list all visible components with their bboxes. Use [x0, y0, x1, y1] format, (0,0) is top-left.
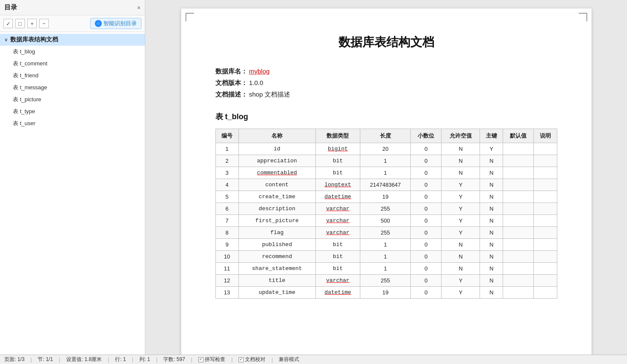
table-cell: Y	[442, 179, 480, 191]
table-cell: N	[480, 191, 503, 203]
sidebar-item-label: 表 t_picture	[13, 96, 41, 103]
status-sep6: |	[191, 357, 192, 363]
sidebar-item-t-user[interactable]: 表 t_user	[0, 117, 145, 129]
table-cell: description	[238, 203, 315, 215]
col-header-type: 数据类型	[315, 129, 360, 143]
table-cell	[503, 203, 534, 215]
table-cell	[534, 167, 557, 179]
table-cell: Y	[442, 287, 480, 299]
sidebar-item-label: 表 t_type	[13, 108, 35, 114]
table-cell: N	[442, 167, 480, 179]
col-header-note: 说明	[534, 129, 557, 143]
desc-line: 文档描述： shop 文档描述	[215, 91, 557, 99]
sidebar-item-t-picture[interactable]: 表 t_picture	[0, 94, 145, 106]
sidebar-item-t-message[interactable]: 表 t_message	[0, 82, 145, 94]
sidebar-item-t-type[interactable]: 表 t_type	[0, 106, 145, 117]
table-cell: datetime	[315, 287, 360, 299]
table-cell: varchar	[315, 203, 360, 215]
table-cell: 0	[411, 263, 442, 275]
table-cell: 10	[215, 251, 238, 263]
table-cell: 1	[360, 263, 411, 275]
table-cell: varchar	[315, 227, 360, 239]
col-header-name: 名称	[238, 129, 315, 143]
status-sep7: |	[231, 357, 233, 363]
table-cell: bit	[315, 251, 360, 263]
table-cell: N	[442, 155, 480, 167]
table-cell: N	[442, 251, 480, 263]
table-row: 1idbigint200NY	[215, 143, 557, 155]
table-cell	[503, 191, 534, 203]
sidebar-item-t-friend[interactable]: 表 t_friend	[0, 70, 145, 82]
table-cell: 11	[215, 263, 238, 275]
sidebar-title: 目录	[4, 3, 17, 12]
spell-check-label: 拼写检查	[205, 356, 225, 363]
status-word-count: 字数: 597	[163, 356, 185, 363]
table-cell: update_time	[238, 287, 315, 299]
table-cell: 500	[360, 215, 411, 227]
tree-root-item[interactable]: ∨ 数据库表结构文档	[0, 34, 145, 46]
table-cell	[534, 143, 557, 155]
table-cell: 0	[411, 227, 442, 239]
table-row: 10recommendbit10NN	[215, 251, 557, 263]
desc-value: shop 文档描述	[249, 91, 291, 99]
smart-identify-button[interactable]: 智能识别目录	[90, 18, 141, 29]
table-cell: varchar	[315, 215, 360, 227]
tree-expand-arrow: ∨	[4, 37, 8, 43]
table-cell	[534, 287, 557, 299]
table-cell: Y	[442, 191, 480, 203]
table-cell: N	[480, 287, 503, 299]
table-cell: varchar	[315, 275, 360, 287]
table-cell	[503, 239, 534, 251]
toolbar-check-btn[interactable]: ✓	[3, 19, 13, 28]
table-cell	[503, 179, 534, 191]
table-cell: 1	[360, 251, 411, 263]
table-cell: flag	[238, 227, 315, 239]
col-header-length: 长度	[360, 129, 411, 143]
status-col: 列: 1	[139, 356, 150, 363]
status-sep4: |	[132, 357, 133, 363]
table-cell: Y	[480, 143, 503, 155]
status-sep1: |	[30, 357, 32, 363]
compat-mode-label: 兼容模式	[279, 356, 299, 363]
table-cell: N	[480, 167, 503, 179]
sidebar-item-t-blog[interactable]: 表 t_blog	[0, 46, 145, 58]
toolbar-minus-btn[interactable]: −	[39, 19, 49, 28]
table-cell	[503, 263, 534, 275]
table-cell: 0	[411, 179, 442, 191]
doc-check-checkbox[interactable]	[238, 357, 244, 362]
db-name-line: 数据库名： myblog	[215, 68, 557, 76]
version-label: 文档版本：	[215, 79, 247, 87]
corner-mark-tl	[185, 13, 194, 21]
table-cell: 0	[411, 251, 442, 263]
table-cell: N	[480, 227, 503, 239]
table-cell: 255	[360, 275, 411, 287]
sidebar-item-t-comment[interactable]: 表 t_comment	[0, 58, 145, 70]
table-cell	[534, 215, 557, 227]
spell-check-checkbox[interactable]	[198, 357, 203, 362]
toolbar-add-btn[interactable]: +	[27, 19, 37, 28]
desc-label: 文档描述：	[215, 91, 247, 99]
table-row: 4contentlongtext21474836470YN	[215, 179, 557, 191]
table-cell: 1	[360, 155, 411, 167]
table-cell: bit	[315, 263, 360, 275]
table-cell: N	[480, 275, 503, 287]
table-row: 11share_statementbit10NN	[215, 263, 557, 275]
toolbar-square-btn[interactable]: □	[15, 19, 25, 28]
close-icon[interactable]: ×	[137, 4, 141, 11]
table-heading: 表 t_blog	[215, 112, 557, 122]
col-header-default: 默认值	[503, 129, 534, 143]
table-cell: Y	[442, 215, 480, 227]
table-cell: 255	[360, 227, 411, 239]
table-cell	[534, 179, 557, 191]
table-cell: 1	[360, 239, 411, 251]
spell-check-section: 拼写检查	[198, 356, 225, 363]
table-cell	[503, 167, 534, 179]
table-row: 5create_timedatetime190YN	[215, 191, 557, 203]
table-row: 2appreciationbit10NN	[215, 155, 557, 167]
table-cell: Y	[442, 203, 480, 215]
sidebar-item-label: 表 t_blog	[13, 48, 35, 55]
corner-mark-tr	[579, 13, 587, 21]
col-header-pk: 主键	[480, 129, 503, 143]
table-row: 7first_picturevarchar5000YN	[215, 215, 557, 227]
col-header-no: 编号	[215, 129, 238, 143]
